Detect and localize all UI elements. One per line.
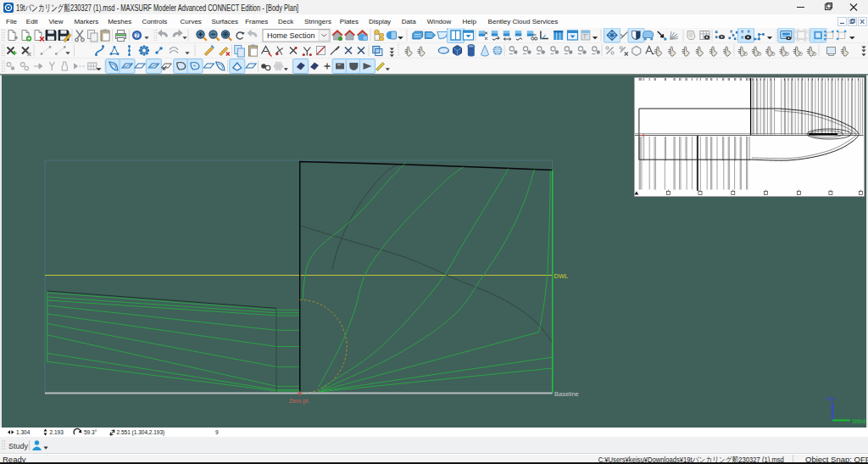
svg-text:Study: Study xyxy=(8,442,29,450)
svg-text:?: ? xyxy=(135,32,138,38)
svg-text:9: 9 xyxy=(215,429,219,435)
svg-text:1.304: 1.304 xyxy=(16,429,31,435)
svg-text:Up: Up xyxy=(826,394,836,402)
svg-text:Baseline: Baseline xyxy=(554,390,579,398)
svg-text:2.551 (1.304,2.193): 2.551 (1.304,2.193) xyxy=(117,429,165,436)
svg-text:Home Section: Home Section xyxy=(267,31,315,40)
svg-text:2.193: 2.193 xyxy=(50,429,64,435)
svg-text:DWL: DWL xyxy=(554,272,569,280)
svg-text:59.3°: 59.3° xyxy=(84,429,97,435)
svg-text:Stbd: Stbd xyxy=(852,417,865,425)
svg-text:Zero pt.: Zero pt. xyxy=(289,398,309,405)
